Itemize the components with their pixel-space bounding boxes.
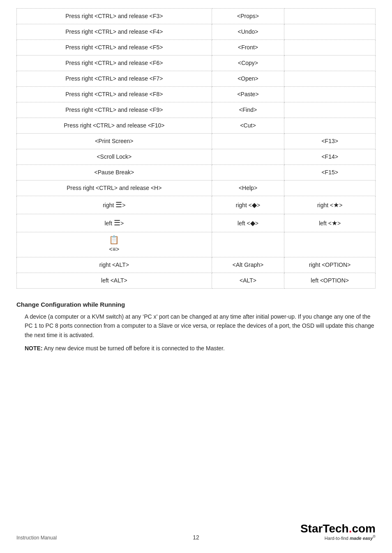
table-cell: <Props> bbox=[212, 9, 284, 24]
table-cell bbox=[284, 40, 376, 56]
table-cell: left <◆> bbox=[212, 214, 284, 232]
table-cell: <Find> bbox=[212, 102, 284, 118]
table-row: Press right <CTRL> and release <F4><Undo… bbox=[17, 24, 376, 40]
table-cell: <ALT> bbox=[212, 273, 284, 289]
table-row: left ☰>left <◆>left <★> bbox=[17, 214, 376, 232]
page-number: 12 bbox=[193, 534, 199, 541]
table-cell: <Cut> bbox=[212, 118, 284, 134]
startech-logo: StarTech.com bbox=[300, 523, 376, 534]
table-cell bbox=[212, 232, 284, 257]
table-cell: <Scroll Lock> bbox=[17, 149, 212, 165]
table-row: right <ALT><Alt Graph>right <OPTION> bbox=[17, 257, 376, 273]
table-cell bbox=[284, 87, 376, 102]
table-cell: Press right <CTRL> and release <F8> bbox=[17, 87, 212, 102]
table-cell: left <ALT> bbox=[17, 273, 212, 289]
keyboard-shortcuts-table: Press right <CTRL> and release <F3><Prop… bbox=[16, 8, 376, 289]
table-cell: <Copy> bbox=[212, 56, 284, 71]
table-cell: Press right <CTRL> and release <H> bbox=[17, 180, 212, 196]
page-content: Press right <CTRL> and release <F3><Prop… bbox=[0, 0, 392, 386]
table-cell: <Help> bbox=[212, 180, 284, 196]
table-row: <Pause Break><F15> bbox=[17, 165, 376, 180]
table-cell bbox=[212, 165, 284, 180]
table-cell: Press right <CTRL> and release <F7> bbox=[17, 71, 212, 87]
note-content: Any new device must be turned off before… bbox=[43, 345, 225, 352]
instruction-manual-label: Instruction Manual bbox=[16, 535, 57, 541]
section-title: Change Configuration while Running bbox=[16, 301, 376, 308]
table-cell bbox=[284, 232, 376, 257]
table-row: Press right <CTRL> and release <F3><Prop… bbox=[17, 9, 376, 24]
note-label: NOTE: bbox=[25, 345, 43, 352]
table-row: Press right <CTRL> and release <H><Help> bbox=[17, 180, 376, 196]
table-cell: left <★> bbox=[284, 214, 376, 232]
table-cell: right ☰> bbox=[17, 196, 212, 214]
note-text: NOTE: Any new device must be turned off … bbox=[16, 344, 376, 353]
trademark-symbol: ® bbox=[373, 534, 376, 539]
table-row: left <ALT><ALT>left <OPTION> bbox=[17, 273, 376, 289]
table-row: <Print Screen><F13> bbox=[17, 134, 376, 149]
table-cell bbox=[212, 134, 284, 149]
table-row: <Scroll Lock><F14> bbox=[17, 149, 376, 165]
table-cell: <Print Screen> bbox=[17, 134, 212, 149]
table-cell: <F15> bbox=[284, 165, 376, 180]
table-row: Press right <CTRL> and release <F6><Copy… bbox=[17, 56, 376, 71]
table-cell bbox=[284, 24, 376, 40]
section-body: A device (a computer or a KVM switch) at… bbox=[16, 312, 376, 340]
table-cell: left ☰> bbox=[17, 214, 212, 232]
table-cell: left <OPTION> bbox=[284, 273, 376, 289]
table-cell bbox=[284, 56, 376, 71]
table-cell: Press right <CTRL> and release <F10> bbox=[17, 118, 212, 134]
table-cell: <Paste> bbox=[212, 87, 284, 102]
table-cell: Press right <CTRL> and release <F9> bbox=[17, 102, 212, 118]
table-row: Press right <CTRL> and release <F9><Find… bbox=[17, 102, 376, 118]
table-cell: <Pause Break> bbox=[17, 165, 212, 180]
table-row: Press right <CTRL> and release <F7><Open… bbox=[17, 71, 376, 87]
table-cell bbox=[284, 71, 376, 87]
table-cell bbox=[284, 102, 376, 118]
table-cell: 📋<≡> bbox=[17, 232, 212, 257]
table-cell: <Alt Graph> bbox=[212, 257, 284, 273]
brand-name-startech: StarTech bbox=[300, 522, 349, 535]
tagline-italic: made easy bbox=[350, 536, 373, 541]
table-cell: <Undo> bbox=[212, 24, 284, 40]
table-cell: right <OPTION> bbox=[284, 257, 376, 273]
page-footer: Instruction Manual 12 StarTech.com Hard-… bbox=[0, 523, 392, 541]
table-cell bbox=[212, 149, 284, 165]
table-cell: Press right <CTRL> and release <F5> bbox=[17, 40, 212, 56]
table-row: right ☰>right <◆>right <★> bbox=[17, 196, 376, 214]
table-row: Press right <CTRL> and release <F10><Cut… bbox=[17, 118, 376, 134]
table-cell: <Front> bbox=[212, 40, 284, 56]
brand-logo-area: StarTech.com Hard-to-find made easy® bbox=[300, 523, 376, 541]
table-cell bbox=[284, 9, 376, 24]
table-cell: Press right <CTRL> and release <F6> bbox=[17, 56, 212, 71]
table-cell: <F14> bbox=[284, 149, 376, 165]
table-cell: Press right <CTRL> and release <F4> bbox=[17, 24, 212, 40]
table-cell bbox=[284, 180, 376, 196]
table-row: 📋<≡> bbox=[17, 232, 376, 257]
table-cell: Press right <CTRL> and release <F3> bbox=[17, 9, 212, 24]
brand-com: com bbox=[352, 522, 376, 535]
table-cell: right <★> bbox=[284, 196, 376, 214]
table-cell: <Open> bbox=[212, 71, 284, 87]
startech-tagline: Hard-to-find made easy® bbox=[300, 534, 376, 541]
table-cell: right <ALT> bbox=[17, 257, 212, 273]
table-row: Press right <CTRL> and release <F8><Past… bbox=[17, 87, 376, 102]
table-row: Press right <CTRL> and release <F5><Fron… bbox=[17, 40, 376, 56]
table-cell: <F13> bbox=[284, 134, 376, 149]
table-cell: right <◆> bbox=[212, 196, 284, 214]
table-cell bbox=[284, 118, 376, 134]
change-config-section: Change Configuration while Running A dev… bbox=[16, 301, 376, 353]
